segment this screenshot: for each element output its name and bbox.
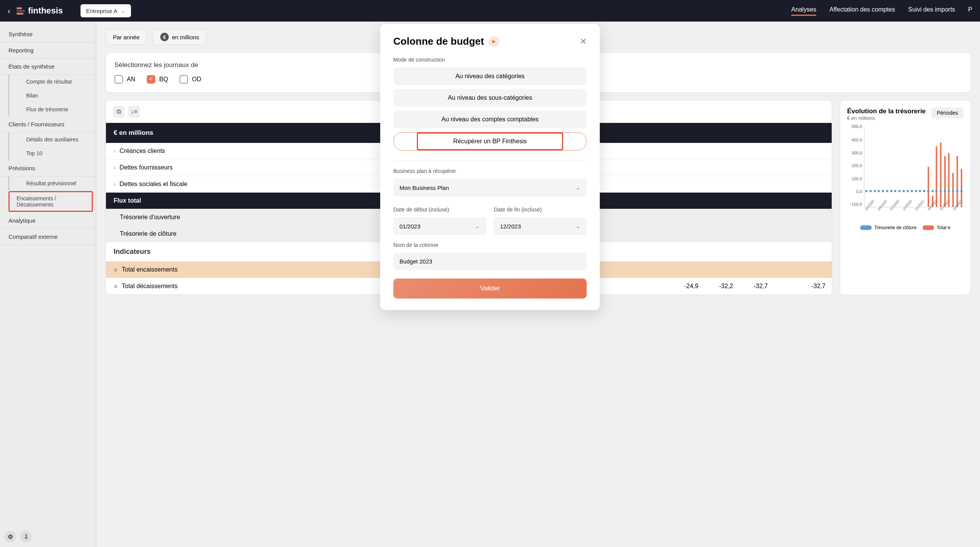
opt-sous-categories[interactable]: Au niveau des sous-catégories <box>393 89 587 107</box>
sidebar-clients[interactable]: Clients / Fournisseurs <box>0 116 96 133</box>
journal-an[interactable]: AN <box>114 75 135 84</box>
sidebar-reporting[interactable]: Reporting <box>0 42 96 59</box>
validate-button[interactable]: Valider <box>393 279 587 299</box>
sidebar-bilan[interactable]: Bilan <box>8 89 96 102</box>
gear-icon: ⚙ <box>114 284 118 289</box>
topbar-left: ‹ finthesis Entreprise A ⌄ <box>8 4 131 17</box>
period-chip[interactable]: Par année <box>106 29 147 45</box>
euro-icon: € <box>160 33 169 41</box>
modal-title: Colonne de budget ▶ <box>393 35 499 47</box>
logo[interactable]: finthesis <box>17 6 63 16</box>
nav-p[interactable]: P <box>968 6 972 16</box>
download-icon[interactable]: ⇩ <box>20 531 32 542</box>
sidebar-flux-tresorerie[interactable]: Flux de trésorerie <box>8 102 96 116</box>
nav-analyses[interactable]: Analyses <box>791 6 816 16</box>
budget-modal: Colonne de budget ▶ ✕ Mode de constructi… <box>380 24 600 310</box>
sidebar: Synthèse Reporting États de synthèse Com… <box>0 22 96 547</box>
topbar: ‹ finthesis Entreprise A ⌄ Analyses Affe… <box>0 0 980 22</box>
nav-imports[interactable]: Suivi des imports <box>908 6 955 16</box>
chevron-right-icon: › <box>114 164 116 171</box>
logo-icon <box>17 7 25 15</box>
journal-bq[interactable]: BQ <box>147 75 168 84</box>
chart-area: 500,0 400,0 300,0 200,0 100,0 0,0 -100,0 <box>864 126 963 207</box>
col-name-label: Nom de la colonne <box>393 242 587 248</box>
opt-comptes[interactable]: Au niveau des comptes comptables <box>393 111 587 128</box>
legend-total: Total e <box>936 225 950 230</box>
sidebar-encaissements[interactable]: Encaissements / Décaissements <box>8 191 93 212</box>
mode-label: Mode de construction <box>393 57 587 63</box>
sidebar-compte-resultat[interactable]: Compte de résultat <box>8 75 96 89</box>
gear-icon: ⚙ <box>114 267 118 273</box>
unit-chip[interactable]: € en millions <box>153 29 206 45</box>
chart-subtitle: € en millions <box>847 115 926 121</box>
copy-icon[interactable]: ⧉ <box>113 106 124 117</box>
chart-card: Évolution de la trésorerie € en millions… <box>840 100 971 295</box>
nav-affectation[interactable]: Affectation des comptes <box>829 6 895 16</box>
sidebar-top10[interactable]: Top 10 <box>8 146 96 160</box>
start-date-label: Date de début (incluse) <box>393 206 486 213</box>
chevron-down-icon: ⌄ <box>576 223 581 230</box>
topnav: Analyses Affectation des comptes Suivi d… <box>791 6 972 16</box>
sidebar-previsions[interactable]: Prévisions <box>0 160 96 176</box>
sidebar-analytique[interactable]: Analytique <box>0 213 96 229</box>
play-icon[interactable]: ▶ <box>488 36 499 47</box>
legend-cloture: Trésorerie de clôture <box>874 225 916 230</box>
sidebar-etats[interactable]: États de synthèse <box>0 59 96 75</box>
chevron-right-icon: › <box>114 181 116 188</box>
sidebar-synthese[interactable]: Synthèse <box>0 26 96 42</box>
chart-title: Évolution de la trésorerie <box>847 107 926 115</box>
back-icon[interactable]: ‹ <box>8 7 10 15</box>
col-name-input[interactable]: Budget 2023 <box>393 253 587 270</box>
close-icon[interactable]: ✕ <box>580 37 587 47</box>
sidebar-resultat-prev[interactable]: Résultat prévisionnel <box>8 176 96 190</box>
brand-name: finthesis <box>28 6 63 16</box>
sort-icon[interactable]: ↓≡ <box>128 106 140 117</box>
company-select[interactable]: Entreprise A ⌄ <box>81 4 131 17</box>
sidebar-details-aux[interactable]: Détails des auxiliaires <box>8 133 96 146</box>
end-date-select[interactable]: 12/2023 ⌄ <box>494 217 587 235</box>
journal-od[interactable]: OD <box>180 75 201 84</box>
opt-categories[interactable]: Au niveau des catégories <box>393 67 587 85</box>
gear-icon[interactable]: ⚙ <box>5 531 16 542</box>
start-date-select[interactable]: 01/2023 ⌄ <box>393 217 486 235</box>
chevron-down-icon: ⌄ <box>121 7 126 14</box>
sidebar-comparatif[interactable]: Comparatif externe <box>0 229 96 245</box>
highlight-box <box>417 133 563 150</box>
chevron-down-icon: ⌄ <box>475 223 480 230</box>
periods-button[interactable]: Périodes <box>931 107 963 118</box>
chevron-right-icon: › <box>114 148 116 154</box>
bp-select[interactable]: Mon Business Plan ⌄ <box>393 179 587 196</box>
opt-recuperer-bp[interactable]: Récupérer un BP Finthesis <box>393 132 587 151</box>
chevron-down-icon: ⌄ <box>576 184 581 191</box>
bp-label: Business plan à récupérer <box>393 168 587 174</box>
end-date-label: Date de fin (incluse) <box>494 206 587 213</box>
